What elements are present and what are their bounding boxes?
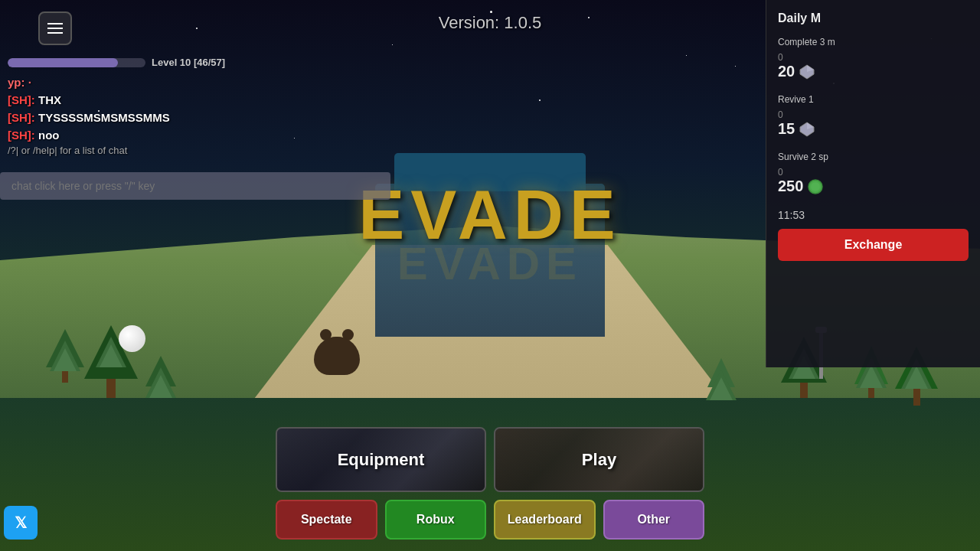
other-button[interactable]: Other [603, 500, 705, 540]
svg-point-5 [811, 182, 820, 191]
menu-button[interactable] [38, 11, 72, 45]
chat-messages: yp: · [SH]: THX [SH]: TYSSSSMSMSMSSMMS [… [0, 74, 398, 156]
equipment-label: Equipment [338, 450, 425, 469]
twitter-button[interactable]: 𝕏 [4, 506, 38, 540]
bear-character [306, 321, 368, 383]
gem-icon [799, 122, 815, 137]
tree [145, 356, 176, 398]
robux-button[interactable]: Robux [385, 500, 487, 540]
chat-line: [SH]: noo [8, 127, 390, 143]
evade-title: EVADE [358, 176, 621, 255]
coin-icon [808, 179, 823, 194]
hamburger-icon [47, 23, 63, 34]
level-bar-bg [8, 58, 145, 67]
spectate-button[interactable]: Spectate [276, 500, 377, 540]
mission-desc: Complete 3 m [778, 37, 969, 47]
chat-hint: /?| or /help| for a list of chat [8, 145, 390, 156]
leaderboard-button[interactable]: Leaderboard [494, 500, 596, 540]
mission-amount: 15 [778, 120, 795, 138]
sub-buttons-row: Spectate Robux Leaderboard Other [276, 500, 704, 540]
mission-count: 0 [778, 167, 969, 178]
mission-item: Survive 2 sp 0 250 [778, 152, 969, 195]
chat-line: [SH]: TYSSSSMSMSMSSMMS [8, 109, 390, 126]
tree [707, 358, 735, 398]
mission-reward: 250 [778, 178, 969, 195]
play-button[interactable]: Play [494, 427, 704, 492]
chat-line: [SH]: THX [8, 92, 390, 108]
exchange-button[interactable]: Exchange [778, 229, 969, 261]
gem-icon [799, 64, 815, 80]
bottom-buttons: Equipment Play Spectate Robux Leaderboar… [276, 427, 704, 540]
version-text: Version: 1.0.5 [439, 13, 542, 33]
mission-reward: 20 [778, 63, 969, 80]
tree [46, 329, 84, 383]
mission-desc: Revive 1 [778, 94, 969, 105]
mission-count: 0 [778, 52, 969, 63]
mission-count: 0 [778, 109, 969, 120]
daily-missions-title: Daily M [778, 11, 969, 25]
mission-timer: 11:53 [778, 209, 969, 221]
main-buttons-row: Equipment Play [276, 427, 704, 492]
daily-missions-panel: Daily M Complete 3 m 0 20 Revive 1 0 15 [766, 0, 980, 367]
chat-line: yp: · [8, 74, 390, 90]
white-sphere [119, 325, 145, 352]
mission-reward: 15 [778, 120, 969, 138]
mission-item: Complete 3 m 0 20 [778, 37, 969, 80]
level-bar-fill [8, 58, 118, 67]
level-text: Level 10 [46/57] [152, 57, 225, 68]
level-bar-container: Level 10 [46/57] [0, 54, 398, 71]
mission-item: Revive 1 0 15 [778, 94, 969, 138]
mission-amount: 20 [778, 63, 795, 80]
mission-amount: 250 [778, 178, 803, 195]
chat-input[interactable] [0, 172, 390, 200]
equipment-button[interactable]: Equipment [276, 427, 486, 492]
mission-desc: Survive 2 sp [778, 152, 969, 162]
chat-input-area[interactable] [0, 172, 390, 200]
play-label: Play [582, 450, 616, 469]
chat-panel: Level 10 [46/57] yp: · [SH]: THX [SH]: T… [0, 54, 398, 159]
